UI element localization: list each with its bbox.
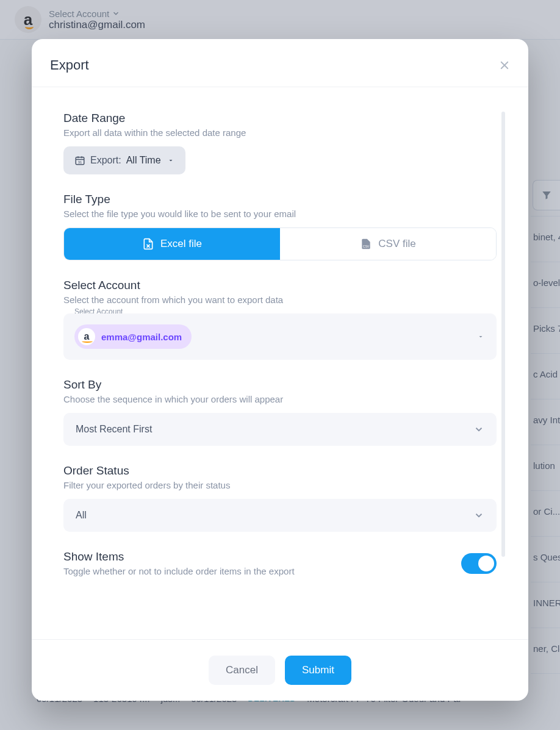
caret-down-icon — [477, 333, 484, 340]
section-file-type: File Type Select the file type you would… — [63, 193, 497, 260]
excel-label: Excel file — [160, 238, 202, 250]
modal-body: Date Range Export all data within the se… — [32, 87, 528, 639]
date-range-value: All Time — [126, 155, 161, 166]
svg-text:CSV: CSV — [363, 245, 370, 248]
status-value: All — [76, 510, 87, 521]
export-modal: Export Date Range Export all data within… — [32, 39, 528, 701]
sort-sub: Choose the sequence in which your orders… — [63, 394, 497, 404]
section-date-range: Date Range Export all data within the se… — [63, 112, 497, 174]
sort-selector[interactable]: Most Recent First — [63, 413, 497, 446]
section-status: Order Status Filter your exported orders… — [63, 464, 497, 532]
account-selector[interactable]: a emma@gmail.com — [63, 313, 497, 360]
account-title: Select Account — [63, 279, 497, 292]
scrollbar[interactable] — [501, 112, 505, 557]
show-items-sub: Toggle whether or not to include order i… — [63, 566, 295, 576]
submit-button[interactable]: Submit — [285, 656, 351, 685]
svg-text:31: 31 — [78, 160, 82, 164]
chevron-down-icon — [473, 424, 484, 435]
export-prefix: Export: — [90, 155, 121, 166]
toggle-knob — [478, 556, 494, 571]
excel-option[interactable]: Excel file — [64, 228, 280, 260]
csv-label: CSV file — [378, 238, 415, 250]
date-range-title: Date Range — [63, 112, 497, 125]
csv-file-icon: CSV — [360, 237, 372, 251]
amazon-logo-icon: a — [78, 328, 95, 345]
modal-title: Export — [50, 57, 89, 73]
account-chip[interactable]: a emma@gmail.com — [74, 324, 192, 349]
cancel-button[interactable]: Cancel — [209, 656, 275, 685]
calendar-icon: 31 — [74, 155, 85, 166]
caret-down-icon — [167, 157, 174, 164]
close-button[interactable] — [499, 60, 510, 71]
excel-file-icon — [142, 237, 154, 251]
show-items-toggle[interactable] — [461, 553, 497, 574]
file-type-toggle: Excel file CSV CSV file — [63, 227, 497, 260]
date-range-sub: Export all data within the selected date… — [63, 127, 497, 138]
section-sort: Sort By Choose the sequence in which you… — [63, 378, 497, 446]
sort-value: Most Recent First — [76, 424, 152, 435]
modal-header: Export — [32, 39, 528, 87]
account-sub: Select the account from which you want t… — [63, 295, 497, 305]
chevron-down-icon — [473, 510, 484, 521]
sort-title: Sort By — [63, 378, 497, 392]
file-type-title: File Type — [63, 193, 497, 206]
section-account: Select Account Select the account from w… — [63, 279, 497, 360]
status-title: Order Status — [63, 464, 497, 478]
dropdown-caret — [477, 333, 484, 340]
show-items-title: Show Items — [63, 550, 295, 564]
section-show-items: Show Items Toggle whether or not to incl… — [63, 550, 497, 576]
file-type-sub: Select the file type you would like to b… — [63, 209, 497, 219]
status-sub: Filter your exported orders by their sta… — [63, 480, 497, 490]
date-range-selector[interactable]: 31 Export: All Time — [63, 146, 185, 174]
account-chip-email: emma@gmail.com — [101, 332, 182, 342]
status-selector[interactable]: All — [63, 499, 497, 532]
close-icon — [499, 60, 510, 71]
modal-footer: Cancel Submit — [32, 639, 528, 701]
csv-option[interactable]: CSV CSV file — [280, 228, 496, 260]
